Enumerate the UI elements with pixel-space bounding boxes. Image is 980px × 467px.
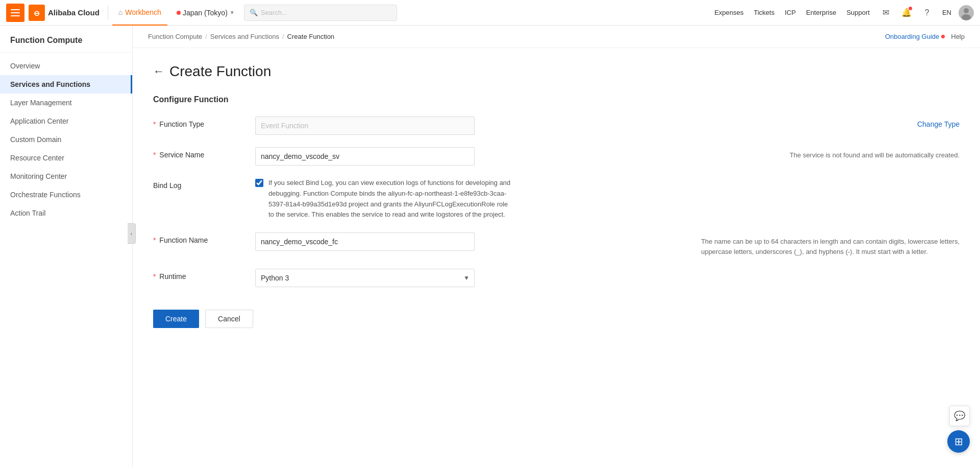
- region-selector[interactable]: Japan (Tokyo) ▼: [172, 9, 240, 17]
- runtime-select-wrapper: Python 3 Node.js 14 Java 11 Go 1.x PHP 7…: [255, 269, 475, 287]
- service-name-row: * Service Name The service is not found …: [153, 147, 960, 166]
- service-name-control: [255, 147, 783, 166]
- breadcrumb-services-and-functions[interactable]: Services and Functions: [210, 33, 279, 40]
- section-title: Configure Function: [153, 95, 960, 104]
- chevron-down-icon: ▼: [230, 10, 235, 15]
- function-type-row: * Function Type Change Type: [153, 116, 960, 135]
- hamburger-line: [11, 15, 20, 16]
- svg-text:⊖: ⊖: [34, 9, 40, 17]
- page-title: ← Create Function: [153, 63, 960, 80]
- runtime-select[interactable]: Python 3 Node.js 14 Java 11 Go 1.x PHP 7…: [255, 269, 475, 287]
- breadcrumb-current: Create Function: [287, 33, 335, 40]
- search-box[interactable]: 🔍 Search...: [244, 5, 397, 21]
- support-link[interactable]: Support: [842, 9, 874, 16]
- avatar-image: [959, 5, 974, 20]
- hamburger-line: [11, 9, 20, 10]
- onboarding-notification-dot: [941, 35, 945, 38]
- sidebar-item-overview[interactable]: Overview: [0, 57, 132, 75]
- region-label: Japan (Tokyo): [183, 9, 228, 17]
- icp-link[interactable]: ICP: [780, 9, 800, 16]
- notification-dot: [909, 7, 912, 10]
- change-type-link[interactable]: Change Type: [917, 116, 960, 128]
- search-icon: 🔍: [250, 9, 258, 16]
- nav-links: Expenses Tickets ICP Enterprise Support: [710, 9, 874, 16]
- content-area: ← Create Function Configure Function * F…: [133, 48, 980, 354]
- breadcrumb-function-compute[interactable]: Function Compute: [148, 33, 202, 40]
- workbench-label: Workbench: [125, 8, 161, 16]
- function-name-input[interactable]: [255, 232, 475, 251]
- sidebar-item-application-center[interactable]: Application Center: [0, 112, 132, 130]
- back-arrow-button[interactable]: ←: [153, 65, 164, 78]
- notification-button[interactable]: 🔔: [898, 5, 915, 21]
- tickets-link[interactable]: Tickets: [750, 9, 779, 16]
- enterprise-link[interactable]: Enterprise: [802, 9, 840, 16]
- function-type-control: [255, 116, 911, 135]
- expenses-link[interactable]: Expenses: [710, 9, 748, 16]
- region-status-dot: [177, 11, 181, 15]
- app-float-button[interactable]: ⊞: [947, 430, 970, 453]
- chat-icon: 💬: [954, 410, 965, 422]
- sidebar: Function Compute Overview Services and F…: [0, 26, 133, 467]
- main-content: Function Compute / Services and Function…: [133, 26, 980, 467]
- bind-log-row: Bind Log If you select Bind Log, you can…: [153, 178, 960, 220]
- create-button[interactable]: Create: [153, 310, 199, 328]
- sidebar-item-orchestrate-functions[interactable]: Orchestrate Functions: [0, 185, 132, 204]
- breadcrumb: Function Compute / Services and Function…: [148, 33, 334, 40]
- breadcrumb-bar: Function Compute / Services and Function…: [133, 26, 980, 48]
- bind-log-label: Bind Log: [153, 178, 255, 190]
- svg-point-3: [964, 8, 969, 13]
- grid-icon: ⊞: [954, 435, 963, 448]
- sidebar-item-layer-management[interactable]: Layer Management: [0, 94, 132, 112]
- bind-log-checkbox[interactable]: [255, 179, 263, 187]
- home-icon: ⌂: [118, 8, 122, 16]
- runtime-label: * Runtime: [153, 269, 255, 281]
- bind-log-description: If you select Bind Log, you can view exe…: [268, 178, 513, 220]
- sidebar-item-monitoring-center[interactable]: Monitoring Center: [0, 167, 132, 185]
- function-name-hint: The name can be up to 64 characters in l…: [701, 232, 960, 256]
- logo-text: Alibaba Cloud: [48, 8, 100, 17]
- function-name-row: * Function Name The name can be up to 64…: [153, 232, 960, 256]
- hamburger-line: [11, 12, 20, 13]
- breadcrumb-actions: Onboarding Guide Help: [885, 33, 965, 40]
- language-selector[interactable]: EN: [939, 9, 954, 16]
- function-name-label: * Function Name: [153, 232, 255, 244]
- svg-point-4: [962, 14, 971, 20]
- sidebar-collapse-button[interactable]: ‹: [128, 223, 136, 244]
- chat-float-button[interactable]: 💬: [949, 406, 970, 426]
- service-name-hint: The service is not found and will be aut…: [790, 147, 960, 159]
- alibaba-cloud-logo-icon: ⊖: [29, 5, 45, 21]
- top-navigation: ⊖ Alibaba Cloud ⌂ Workbench Japan (Tokyo…: [0, 0, 980, 26]
- workbench-tab[interactable]: ⌂ Workbench: [112, 0, 167, 26]
- search-placeholder: Search...: [261, 9, 287, 16]
- sidebar-item-custom-domain[interactable]: Custom Domain: [0, 130, 132, 149]
- hamburger-button[interactable]: [6, 4, 24, 22]
- help-link[interactable]: Help: [951, 33, 965, 40]
- user-avatar[interactable]: [959, 5, 974, 20]
- service-name-input[interactable]: [255, 147, 475, 166]
- logo-area: ⊖ Alibaba Cloud: [29, 5, 100, 21]
- onboarding-guide-link[interactable]: Onboarding Guide: [885, 33, 945, 40]
- help-button[interactable]: ?: [919, 5, 935, 21]
- page-layout: Function Compute Overview Services and F…: [0, 0, 980, 467]
- bind-log-checkbox-row: If you select Bind Log, you can view exe…: [255, 178, 960, 220]
- mail-button[interactable]: ✉: [878, 5, 894, 21]
- service-name-label: * Service Name: [153, 147, 255, 159]
- sidebar-item-services-and-functions[interactable]: Services and Functions: [0, 75, 132, 94]
- sidebar-item-action-trail[interactable]: Action Trail: [0, 204, 132, 222]
- cancel-button[interactable]: Cancel: [205, 310, 253, 328]
- function-type-input[interactable]: [255, 116, 475, 135]
- bind-log-control: If you select Bind Log, you can view exe…: [255, 178, 960, 220]
- sidebar-title: Function Compute: [0, 26, 132, 53]
- runtime-row: * Runtime Python 3 Node.js 14 Java 11 Go…: [153, 269, 960, 287]
- runtime-control: Python 3 Node.js 14 Java 11 Go 1.x PHP 7…: [255, 269, 960, 287]
- sidebar-item-resource-center[interactable]: Resource Center: [0, 149, 132, 167]
- sidebar-navigation: Overview Services and Functions Layer Ma…: [0, 53, 132, 226]
- breadcrumb-separator: /: [282, 33, 284, 40]
- function-name-control: [255, 232, 695, 251]
- breadcrumb-separator: /: [205, 33, 207, 40]
- function-type-label: * Function Type: [153, 116, 255, 128]
- form-buttons: Create Cancel: [153, 299, 960, 338]
- nav-divider: [108, 6, 108, 20]
